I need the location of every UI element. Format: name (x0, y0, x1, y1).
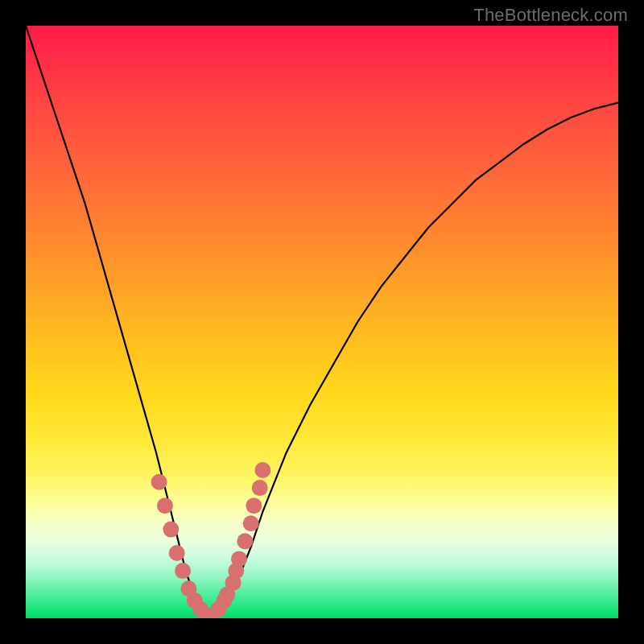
valley-markers (151, 462, 271, 618)
bottleneck-curve (26, 26, 618, 618)
valley-marker (252, 480, 268, 496)
valley-marker (246, 497, 262, 514)
valley-marker (169, 545, 185, 561)
curve-layer (26, 26, 618, 618)
valley-marker (243, 515, 259, 531)
plot-area (26, 26, 618, 618)
valley-marker (157, 497, 173, 514)
valley-marker (237, 533, 253, 549)
watermark-text: TheBottleneck.com (473, 5, 628, 26)
valley-marker (254, 462, 270, 478)
valley-marker (231, 551, 247, 567)
chart-frame: TheBottleneck.com (0, 0, 644, 644)
valley-marker (175, 563, 191, 579)
valley-marker (151, 474, 167, 490)
valley-marker (163, 522, 179, 538)
